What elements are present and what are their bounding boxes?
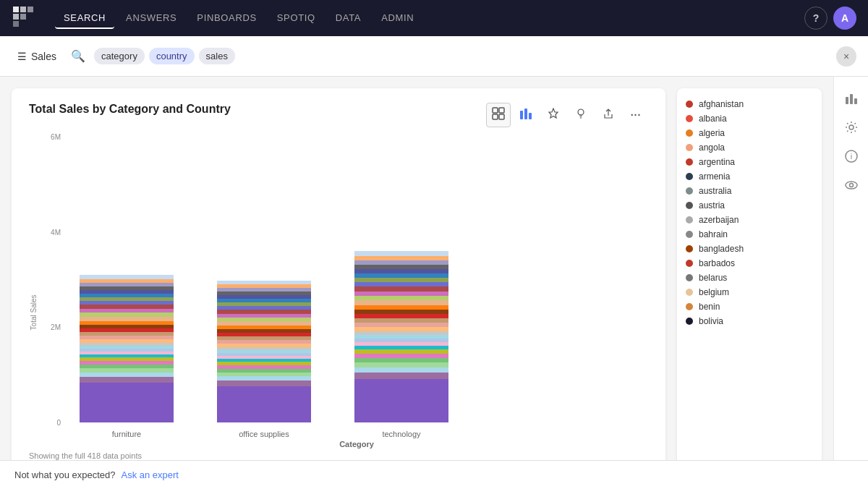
svg-rect-11	[524, 109, 527, 119]
nav-admin[interactable]: ADMIN	[373, 8, 422, 29]
legend-color-dot	[686, 260, 693, 267]
search-clear-button[interactable]: ×	[836, 46, 856, 67]
legend-item-label: belarus	[699, 273, 727, 283]
bar-segment	[80, 377, 174, 383]
bar-group-furniture: furniture	[80, 256, 174, 438]
stacked-bar-technology[interactable]	[354, 231, 448, 422]
chip-sales[interactable]: sales	[199, 48, 235, 64]
legend-item-label: albania	[699, 114, 727, 124]
nav-answers[interactable]: ANSWERS	[117, 8, 185, 29]
bar-segment	[354, 286, 448, 292]
legend-item-label: algeria	[699, 128, 725, 138]
y-axis-label-4m: 4M	[29, 229, 65, 237]
insight-button[interactable]	[569, 103, 593, 127]
bar-label: technology	[382, 430, 420, 438]
legend-color-dot	[686, 173, 693, 180]
bar-segment	[354, 373, 448, 379]
chart-toolbar: ···	[486, 103, 648, 127]
bar-segment	[354, 300, 448, 305]
svg-rect-10	[520, 111, 523, 119]
legend-item[interactable]: armenia	[683, 169, 816, 184]
legend-item-label: australia	[699, 186, 731, 196]
legend-item[interactable]: australia	[683, 184, 816, 198]
nav-search[interactable]: SEARCH	[55, 8, 114, 29]
data-points-text: Showing the full 418 data points	[29, 451, 142, 460]
stacked-bar-furniture[interactable]	[80, 256, 174, 422]
svg-rect-2	[13, 14, 19, 20]
svg-rect-14	[846, 97, 848, 104]
legend-color-dot	[686, 158, 693, 166]
bar-segment	[354, 362, 448, 367]
legend-item-label: azerbaijan	[699, 215, 739, 225]
share-icon	[603, 108, 614, 122]
bar-chart-icon	[519, 107, 532, 123]
legend-item[interactable]: algeria	[683, 126, 816, 140]
svg-point-20	[846, 182, 857, 189]
y-axis-label-6m: 6M	[29, 133, 65, 141]
svg-rect-5	[13, 21, 19, 27]
chip-category[interactable]: category	[94, 48, 145, 64]
nav-spotiq[interactable]: SPOTIQ	[268, 8, 324, 29]
legend-color-dot	[686, 303, 693, 310]
legend-color-dot	[686, 187, 693, 195]
user-avatar[interactable]: A	[833, 7, 856, 30]
legend-color-dot	[686, 216, 693, 224]
nav-pinboards[interactable]: PINBOARDS	[188, 8, 265, 29]
stacked-bar-office-supplies[interactable]	[217, 263, 311, 422]
more-icon: ···	[631, 109, 642, 121]
data-source-label[interactable]: ☰ Sales	[12, 48, 62, 65]
ask-expert-link[interactable]: Ask an expert	[121, 469, 179, 480]
nav-links: SEARCH ANSWERS PINBOARDS SPOTIQ DATA ADM…	[55, 8, 787, 29]
sidebar-info-button[interactable]: i	[838, 143, 864, 169]
bar-chart-button[interactable]	[514, 103, 538, 127]
legend-color-dot	[686, 289, 693, 296]
more-options-button[interactable]: ···	[624, 103, 648, 127]
help-button[interactable]: ?	[804, 7, 827, 30]
bar-segment	[217, 386, 311, 422]
app-logo[interactable]	[12, 5, 38, 31]
legend-item-label: benin	[699, 302, 720, 312]
svg-rect-8	[493, 114, 498, 119]
bar-segment	[217, 380, 311, 386]
search-icon: 🔍	[71, 49, 85, 63]
chart-header: Total Sales by Category and Country	[29, 103, 648, 127]
table-view-button[interactable]	[486, 103, 511, 127]
nav-data[interactable]: DATA	[327, 8, 370, 29]
svg-rect-6	[493, 108, 498, 113]
bar-segment	[354, 367, 448, 373]
sidebar-chart-button[interactable]	[838, 85, 864, 111]
legend-color-dot	[686, 202, 693, 209]
pin-button[interactable]	[541, 103, 566, 127]
legend-panel: afghanistanalbaniaalgeriaangolaargentina…	[677, 88, 822, 477]
legend-item[interactable]: azerbaijan	[683, 213, 816, 227]
svg-rect-4	[27, 7, 33, 12]
bar-label: furniture	[112, 430, 141, 438]
legend-item[interactable]: argentina	[683, 155, 816, 169]
legend-item[interactable]: bahrain	[683, 227, 816, 242]
legend-item[interactable]: angola	[683, 140, 816, 155]
legend-item[interactable]: belgium	[683, 285, 816, 299]
legend-item[interactable]: bolivia	[683, 314, 816, 328]
svg-point-21	[849, 184, 853, 187]
sales-text: Sales	[31, 51, 56, 62]
legend-item-label: barbados	[699, 258, 735, 268]
legend-item[interactable]: albania	[683, 111, 816, 126]
legend-item[interactable]: barbados	[683, 256, 816, 271]
legend-item[interactable]: benin	[683, 299, 816, 314]
y-axis-label-0: 0	[29, 419, 65, 427]
legend-item[interactable]: bangladesh	[683, 242, 816, 256]
sidebar-settings-button[interactable]	[838, 114, 864, 140]
y-axis: Total Sales 6M 4M 2M 0	[29, 133, 65, 448]
chip-country[interactable]: country	[149, 48, 195, 64]
svg-rect-12	[529, 113, 532, 119]
legend-item[interactable]: austria	[683, 198, 816, 213]
legend-color-dot	[686, 274, 693, 281]
legend-item-label: austria	[699, 200, 725, 211]
sidebar-eye-button[interactable]	[838, 172, 864, 198]
legend-item-label: angola	[699, 143, 725, 153]
share-button[interactable]	[596, 103, 621, 127]
legend-item[interactable]: afghanistan	[683, 97, 816, 111]
main-content: Total Sales by Category and Country	[0, 77, 868, 489]
legend-item[interactable]: belarus	[683, 271, 816, 285]
legend-item-label: afghanistan	[699, 99, 744, 109]
